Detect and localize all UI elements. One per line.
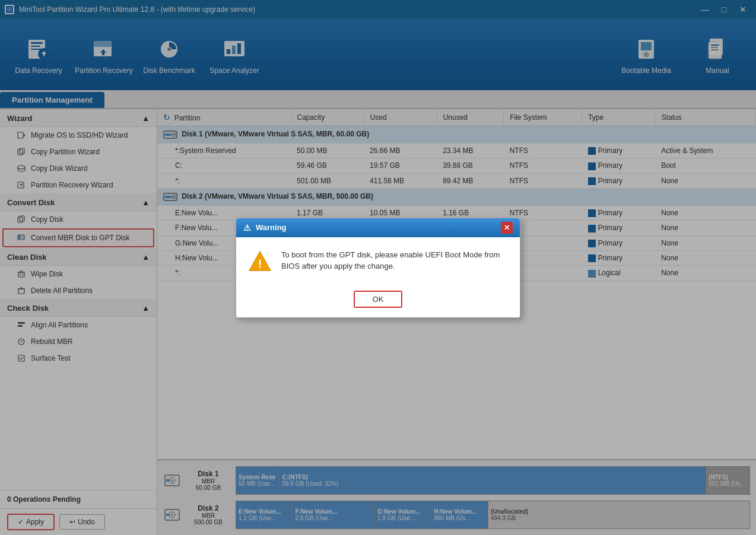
warning-title-icon: ⚠	[243, 223, 251, 233]
warning-triangle-icon: !	[248, 248, 272, 274]
modal-overlay: ⚠ Warning ✕ ! To boot from the GPT disk,…	[0, 0, 756, 535]
modal-ok-button[interactable]: OK	[354, 291, 403, 308]
modal-message: To boot from the GPT disk, please enable…	[281, 249, 508, 272]
modal-footer: OK	[236, 285, 520, 317]
warning-icon-wrap: !	[248, 249, 272, 273]
svg-text:!: !	[258, 257, 262, 270]
warning-modal: ⚠ Warning ✕ ! To boot from the GPT disk,…	[236, 218, 520, 318]
modal-body: ! To boot from the GPT disk, please enab…	[236, 237, 520, 285]
modal-close-button[interactable]: ✕	[501, 222, 513, 234]
modal-title-text: Warning	[256, 223, 287, 232]
modal-title-bar: ⚠ Warning ✕	[236, 218, 520, 237]
